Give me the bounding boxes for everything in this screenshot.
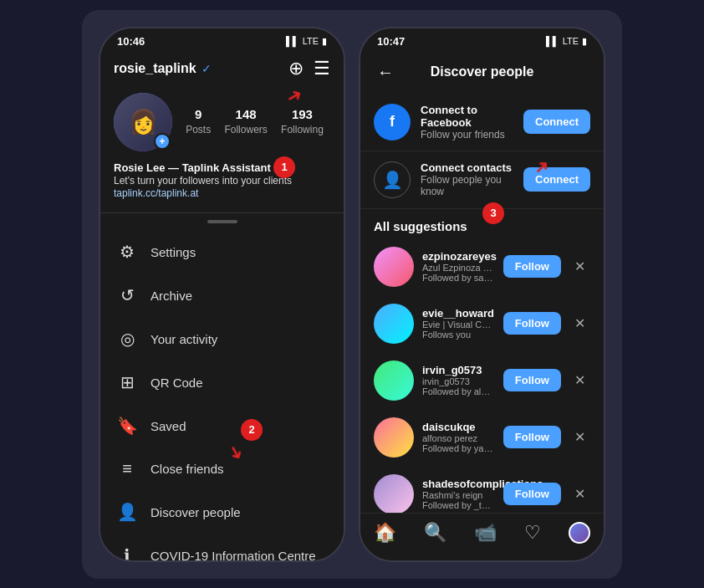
follow-button-2[interactable]: Follow xyxy=(503,369,561,391)
left-network: LTE xyxy=(303,36,319,46)
menu-item-archive[interactable]: ↺ Archive xyxy=(100,274,344,317)
nav-search-icon[interactable]: 🔍 xyxy=(424,522,446,544)
avatar-container: 👩 + xyxy=(114,93,172,151)
suggestion-avatar-4 xyxy=(374,474,414,513)
follow-button-3[interactable]: Follow xyxy=(503,426,561,448)
nav-profile-avatar[interactable] xyxy=(569,522,590,544)
connect-fb-button[interactable]: Connect xyxy=(523,110,590,134)
bio-name: Rosie Lee — Taplink Assistant xyxy=(114,161,330,174)
suggestion-name-4: shadesofcomplications xyxy=(422,478,495,490)
posts-stat: 9 Posts xyxy=(186,107,211,136)
activity-icon: ◎ xyxy=(117,329,137,349)
page-header: ← Discover people xyxy=(360,51,604,94)
qr-icon: ⊞ xyxy=(117,372,137,392)
suggestion-handle-4: Rashmi's reign xyxy=(422,490,495,500)
menu-item-close-friends[interactable]: ≡ Close friends xyxy=(100,447,344,490)
left-time: 10:46 xyxy=(117,35,145,48)
left-status-icons: ▌▌ LTE ▮ xyxy=(286,36,327,47)
contacts-icon: 👤 xyxy=(374,161,411,198)
divider-top xyxy=(100,212,344,213)
suggestion-item-3: daiscukqe alfonso perez Followed by yane… xyxy=(360,409,604,466)
suggestion-handle-3: alfonso perez xyxy=(422,433,495,443)
connect-fb-title: Connect to Facebook xyxy=(421,104,513,129)
username: rosie_taplink xyxy=(114,61,196,76)
close-suggestion-0[interactable]: ✕ xyxy=(569,255,590,278)
close-suggestion-2[interactable]: ✕ xyxy=(569,369,590,391)
profile-bio: Rosie Lee — Taplink Assistant Let's turn… xyxy=(100,158,344,207)
suggestion-meta-0: Followed by sarahyperez12 xyxy=(422,273,495,283)
left-phone-wrapper: 10:46 ▌▌ LTE ▮ rosie_taplink ✓ ⊕ ☰ xyxy=(99,27,345,562)
left-status-bar: 10:46 ▌▌ LTE ▮ xyxy=(100,28,344,51)
menu-item-discover[interactable]: 👤 Discover people xyxy=(100,490,344,534)
covid-label: COVID-19 Information Centre xyxy=(150,549,316,560)
follow-button-0[interactable]: Follow xyxy=(503,255,561,278)
settings-label: Settings xyxy=(150,245,196,259)
left-signal: ▌▌ xyxy=(286,36,299,46)
suggestion-info-0: ezpinozareyes Azul Ezpinoza Reyes Follow… xyxy=(422,250,495,283)
menu-item-saved[interactable]: 🔖 Saved xyxy=(100,404,344,447)
header-icons: ⊕ ☰ xyxy=(288,58,330,79)
menu-item-settings[interactable]: ⚙ Settings xyxy=(100,230,344,274)
nav-reels-icon[interactable]: 📹 xyxy=(474,522,497,544)
right-battery: ▮ xyxy=(582,36,587,47)
profile-header: rosie_taplink ✓ ⊕ ☰ xyxy=(100,51,344,86)
menu-item-activity[interactable]: ◎ Your activity xyxy=(100,317,344,360)
suggestion-meta-1: Follows you xyxy=(422,330,495,340)
followers-stat: 148 Followers xyxy=(224,107,267,136)
menu-item-covid[interactable]: ℹ COVID-19 Information Centre xyxy=(100,534,344,560)
following-label: Following xyxy=(281,124,324,135)
qr-label: QR Code xyxy=(150,376,203,390)
nav-home-icon[interactable]: 🏠 xyxy=(374,522,396,544)
facebook-icon: f xyxy=(374,104,411,141)
menu-item-qr[interactable]: ⊞ QR Code xyxy=(100,360,344,404)
suggestion-name-3: daiscukqe xyxy=(422,421,495,433)
page-title: Discover people xyxy=(431,64,534,79)
suggestion-info-1: evie__howard Evie | Visual Content Cre..… xyxy=(422,307,495,340)
suggestion-item-4: shadesofcomplications Rashmi's reign Fol… xyxy=(360,466,604,513)
right-signal: ▌▌ xyxy=(546,36,559,46)
scene: 10:46 ▌▌ LTE ▮ rosie_taplink ✓ ⊕ ☰ xyxy=(82,10,622,579)
close-suggestion-4[interactable]: ✕ xyxy=(569,483,590,505)
close-suggestion-3[interactable]: ✕ xyxy=(569,426,590,448)
suggestion-info-3: daiscukqe alfonso perez Followed by yane… xyxy=(422,421,495,453)
suggestion-item-1: evie__howard Evie | Visual Content Cre..… xyxy=(360,295,604,352)
username-row: rosie_taplink ✓ xyxy=(114,61,212,76)
follow-button-1[interactable]: Follow xyxy=(503,312,561,335)
followers-label: Followers xyxy=(224,124,267,135)
discover-icon: 👤 xyxy=(117,502,137,522)
suggestion-handle-1: Evie | Visual Content Cre... xyxy=(422,320,495,330)
suggestion-item-2: irvin_g0573 irvin_g0573 Followed by aleh… xyxy=(360,352,604,409)
connect-fb-subtitle: Follow your friends xyxy=(421,129,513,141)
back-button[interactable]: ← xyxy=(374,59,397,85)
suggestion-handle-2: irvin_g0573 xyxy=(422,376,495,386)
archive-label: Archive xyxy=(150,289,192,303)
suggestion-handle-0: Azul Ezpinoza Reyes xyxy=(422,263,495,273)
posts-label: Posts xyxy=(186,124,211,135)
right-time: 10:47 xyxy=(377,35,405,48)
drag-indicator xyxy=(207,220,237,223)
suggestion-avatar-2 xyxy=(374,360,414,401)
right-status-bar: 10:47 ▌▌ LTE ▮ xyxy=(360,28,604,51)
follow-button-4[interactable]: Follow xyxy=(503,483,561,505)
posts-count: 9 xyxy=(186,107,211,121)
saved-label: Saved xyxy=(150,419,186,433)
bio-link[interactable]: taplink.cc/taplink.at xyxy=(114,187,330,199)
verified-icon: ✓ xyxy=(202,62,212,75)
bottom-nav: 🏠 🔍 📹 ♡ xyxy=(360,513,604,560)
menu-icon[interactable]: ☰ xyxy=(314,58,330,79)
connect-contacts-info: Connect contacts Follow people you know xyxy=(421,161,513,197)
avatar-add-button[interactable]: + xyxy=(154,133,171,150)
add-post-icon[interactable]: ⊕ xyxy=(288,58,304,79)
right-network: LTE xyxy=(563,36,579,46)
suggestion-avatar-1 xyxy=(374,304,414,344)
connect-contacts-button[interactable]: Connect xyxy=(523,167,590,192)
suggestion-name-0: ezpinozareyes xyxy=(422,250,495,263)
left-phone: 10:46 ▌▌ LTE ▮ rosie_taplink ✓ ⊕ ☰ xyxy=(99,27,345,562)
close-friends-icon: ≡ xyxy=(117,459,137,478)
right-screen: ← Discover people f Connect to Facebook … xyxy=(360,51,604,513)
following-stat: 193 Following xyxy=(281,107,324,136)
suggestion-info-2: irvin_g0573 irvin_g0573 Followed by aleh… xyxy=(422,364,495,396)
right-phone-wrapper: 10:47 ▌▌ LTE ▮ ← Discover people f xyxy=(359,27,605,562)
nav-heart-icon[interactable]: ♡ xyxy=(524,522,541,544)
close-suggestion-1[interactable]: ✕ xyxy=(569,312,590,335)
